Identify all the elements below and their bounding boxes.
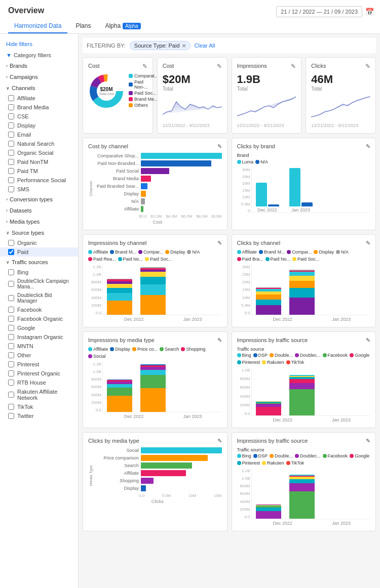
clicks-brand-bars: Dec 2022 Jan 2023 bbox=[251, 167, 371, 213]
sidebar-item-facebook-organic[interactable]: Facebook Organic bbox=[0, 314, 78, 323]
chart-edit-impressions-traffic2[interactable]: ✎ bbox=[366, 438, 370, 444]
sidebar-section-conversion[interactable]: › Conversion types bbox=[0, 194, 78, 205]
sidebar-section-media-types[interactable]: › Media types bbox=[0, 216, 78, 227]
sidebar-section-channels[interactable]: ∨ Channels bbox=[0, 82, 78, 94]
chart-edit-impressions-channel[interactable]: ✎ bbox=[217, 240, 222, 246]
chart-edit-clicks-channel[interactable]: ✎ bbox=[366, 240, 370, 246]
chart-edit-clicks-brand[interactable]: ✎ bbox=[366, 143, 370, 150]
sidebar-item-paid[interactable]: Paid bbox=[0, 247, 78, 257]
sidebar-item-doubleclick-campaign[interactable]: DoubleClick Campaign Mana... bbox=[0, 277, 78, 291]
card-title-cost2: Cost ✎ bbox=[163, 63, 222, 70]
sidebar-item-other[interactable]: Other bbox=[0, 351, 78, 360]
chart-impressions-by-traffic: Impressions by traffic source ✎ Traffic … bbox=[232, 331, 376, 428]
chevron-down-icon: ∨ bbox=[6, 260, 10, 265]
hbar-area: Channel Comparative Shop... Paid Non-Bra… bbox=[88, 153, 222, 225]
card-edit-clicks[interactable]: ✎ bbox=[365, 63, 370, 70]
chevron-right-icon: › bbox=[6, 208, 8, 213]
chart-edit-cost-channel[interactable]: ✎ bbox=[217, 143, 222, 150]
charts-row-2: Cost by channel ✎ Channel Comparative Sh… bbox=[83, 138, 376, 230]
tab-plans[interactable]: Plans bbox=[69, 19, 97, 33]
hide-filters-button[interactable]: Hide filters bbox=[0, 38, 78, 50]
calendar-icon[interactable]: 📅 bbox=[365, 8, 374, 16]
clear-all-button[interactable]: Clear All bbox=[195, 43, 215, 49]
filter-chip-source-type[interactable]: Source Type: Paid ✕ bbox=[130, 41, 191, 50]
tab-harmonized[interactable]: Harmonized Data bbox=[8, 19, 67, 33]
card-edit-cost[interactable]: ✎ bbox=[142, 63, 147, 70]
clicks-channel-legend: Affiliate Brand M... Compar... Display N… bbox=[237, 249, 371, 262]
sidebar-section-datasets[interactable]: › Datasets bbox=[0, 205, 78, 216]
chart-title-clicks-media: Clicks by media type ✎ bbox=[88, 438, 222, 444]
sidebar-item-sms[interactable]: SMS bbox=[0, 185, 78, 194]
donut-chart: $20M Total cost bbox=[88, 73, 125, 109]
card-edit-impressions[interactable]: ✎ bbox=[291, 63, 296, 70]
sidebar-item-rakuten[interactable]: Rakuten Affiliate Network bbox=[0, 387, 78, 402]
sidebar-item-tiktok[interactable]: TikTok bbox=[0, 402, 78, 411]
chevron-down-icon: ∨ bbox=[6, 86, 10, 91]
sidebar-item-brand-media[interactable]: Brand Media bbox=[0, 103, 78, 112]
sidebar-item-performance-social[interactable]: Performance Social bbox=[0, 176, 78, 185]
sidebar-item-twitter[interactable]: Twitter bbox=[0, 411, 78, 421]
bar-dec2022-luma bbox=[256, 183, 267, 206]
date-range-area: 21 / 12 / 2022 — 21 / 09 / 2023 📅 bbox=[276, 6, 374, 17]
impressions-channel-stacked bbox=[102, 265, 222, 315]
card-title-impressions: Impressions ✎ bbox=[237, 63, 296, 70]
sidebar-item-paid-tm[interactable]: Paid TM bbox=[0, 166, 78, 176]
charts-row-5: Clicks by media type ✎ Media Type Social… bbox=[83, 432, 376, 531]
sidebar-section-traffic[interactable]: ∨ Traffic sources bbox=[0, 257, 78, 268]
sidebar-item-organic[interactable]: Organic bbox=[0, 238, 78, 247]
card-title-clicks: Clicks ✎ bbox=[311, 63, 370, 70]
filter-bar: FILTERING BY: Source Type: Paid ✕ Clear … bbox=[83, 38, 376, 53]
chart-title-clicks-channel: Clicks by channel ✎ bbox=[237, 240, 371, 246]
chart-impressions-by-media: Impressions by media type ✎ Affiliate Di… bbox=[83, 331, 227, 428]
kpi-card-clicks: Clicks ✎ 46M Total 12/21/2022 - 9/21/202… bbox=[306, 57, 376, 134]
chart-edit-impressions-media[interactable]: ✎ bbox=[217, 337, 222, 344]
sidebar-item-facebook[interactable]: Facebook bbox=[0, 305, 78, 314]
header: Overview Harmonized Data Plans Alpha Alp… bbox=[0, 0, 380, 34]
sidebar-item-instagram-organic[interactable]: Instagram Organic bbox=[0, 332, 78, 342]
sidebar-item-affiliate[interactable]: Affiliate bbox=[0, 94, 78, 103]
card-edit-cost2[interactable]: ✎ bbox=[217, 63, 222, 70]
sidebar-item-natural-search[interactable]: Natural Search bbox=[0, 139, 78, 148]
main-content: FILTERING BY: Source Type: Paid ✕ Clear … bbox=[79, 34, 380, 588]
sidebar-item-doubleclick-bid[interactable]: Doubleclick Bid Manager bbox=[0, 291, 78, 305]
filter-icon: ▼ bbox=[6, 52, 12, 58]
bar-jan2023-na bbox=[301, 202, 313, 207]
date-range-input[interactable]: 21 / 12 / 2022 — 21 / 09 / 2023 bbox=[276, 6, 362, 17]
sidebar-item-mntn[interactable]: MNTN bbox=[0, 342, 78, 351]
clicks-sparkline bbox=[311, 92, 370, 119]
impressions-media-legend: Affiliate Display Price co... Search Sho… bbox=[88, 347, 222, 359]
chart-clicks-by-brand: Clicks by brand ✎ Brand Luma N/A 30M25M2… bbox=[232, 138, 376, 230]
charts-row-3: Impressions by channel ✎ Affiliate Brand… bbox=[83, 234, 376, 327]
sidebar-section-campaigns[interactable]: › Campaigns bbox=[0, 71, 78, 82]
sidebar-item-google[interactable]: Google bbox=[0, 323, 78, 332]
sidebar-section-source-types[interactable]: ∨ Source types bbox=[0, 227, 78, 238]
sidebar-item-pinterest[interactable]: Pinterest bbox=[0, 360, 78, 369]
donut-legend: Comparat... Paid Non-... Paid Soc... Bra… bbox=[129, 73, 158, 109]
sidebar-item-paid-nontm[interactable]: Paid NonTM bbox=[0, 157, 78, 166]
chevron-right-icon: › bbox=[6, 219, 8, 224]
sidebar-section-brands[interactable]: › Brands bbox=[0, 60, 78, 71]
cost-label: Total bbox=[163, 86, 222, 92]
sidebar-item-rtb-house[interactable]: RTB House bbox=[0, 378, 78, 387]
sidebar-item-cse[interactable]: CSE bbox=[0, 112, 78, 121]
sidebar-item-organic-social[interactable]: Organic Social bbox=[0, 148, 78, 157]
cost-date: 12/21/2022 - 9/21/2023 bbox=[163, 123, 222, 128]
kpi-cards-row: Cost ✎ bbox=[83, 57, 376, 134]
hbar-chart: Comparative Shop... Paid Non-Branded... … bbox=[93, 153, 222, 225]
kpi-card-cost-sparkline: Cost ✎ $20M Total 12/21/2022 - 9/21/2023 bbox=[157, 57, 227, 134]
kpi-card-cost-donut: Cost ✎ bbox=[83, 57, 153, 134]
category-filters-label: ▼ Category filters bbox=[0, 50, 78, 60]
sidebar-item-display[interactable]: Display bbox=[0, 121, 78, 130]
chart-edit-impressions-traffic[interactable]: ✎ bbox=[366, 337, 370, 344]
chart-title-impressions-channel: Impressions by channel ✎ bbox=[88, 240, 222, 246]
clicks-label: Total bbox=[311, 86, 370, 92]
impressions-date: 12/21/2022 - 9/21/2023 bbox=[237, 123, 296, 128]
tab-alpha[interactable]: Alpha Alpha bbox=[99, 19, 146, 33]
remove-filter-icon[interactable]: ✕ bbox=[182, 43, 186, 49]
chart-edit-clicks-media[interactable]: ✎ bbox=[217, 438, 222, 444]
impressions-traffic-legend: Bing DSP Double... Doublec... Facebook G… bbox=[237, 353, 371, 365]
sidebar-item-pinterest-organic[interactable]: Pinterest Organic bbox=[0, 369, 78, 378]
chart-cost-by-channel: Cost by channel ✎ Channel Comparative Sh… bbox=[83, 138, 227, 230]
sidebar-item-email[interactable]: Email bbox=[0, 130, 78, 139]
sidebar-item-bing[interactable]: Bing bbox=[0, 268, 78, 277]
